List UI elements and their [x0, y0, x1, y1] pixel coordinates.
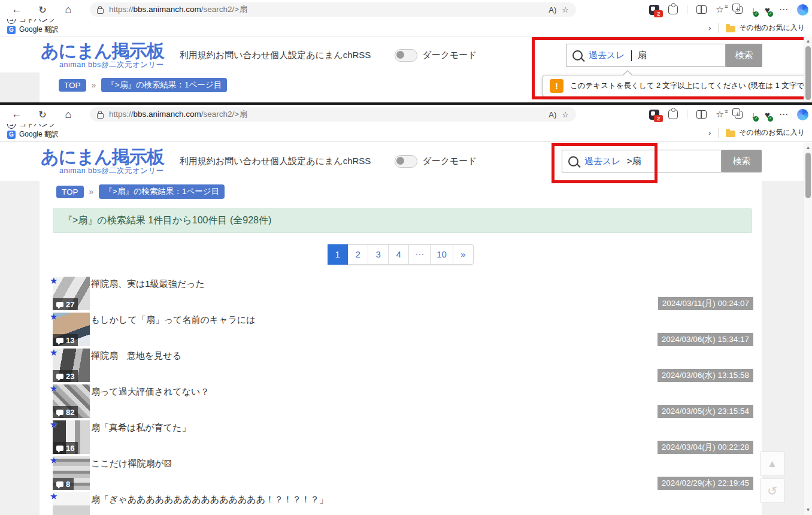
thread-row[interactable]: ★ 13 もしかして「扇」って名前のキャラには 2024/03/06(水) 15…	[40, 311, 762, 347]
site-nav-link[interactable]: 個人設定	[270, 50, 306, 60]
darkmode-toggle[interactable]	[395, 155, 417, 168]
search-input-box[interactable]: 過去スレ 扇	[566, 44, 726, 67]
thread-row[interactable]: ★ 23 禪院扇 意地を見せる 2024/03/06(水) 13:15:58	[40, 347, 762, 383]
scrollbar-thumb[interactable]	[805, 46, 811, 100]
browser-essentials-icon[interactable]: ♥✓	[765, 5, 770, 15]
thread-title-link[interactable]: 扇「真希は私が育てた」	[91, 422, 190, 434]
reload-icon[interactable]: ↻	[34, 105, 51, 124]
split-screen-icon[interactable]	[696, 110, 707, 119]
bookmark-item[interactable]: Google 翻訳	[7, 129, 97, 140]
thread-row[interactable]: ★ 扇「ぎゃあああああああああああああああ！？！？！？」	[40, 491, 762, 515]
site-nav-link[interactable]: 利用規約	[180, 50, 216, 60]
pagination-cell[interactable]: 4	[389, 244, 409, 265]
site-nav-link[interactable]: 利用規約	[180, 156, 216, 166]
thread-date-badge: 2024/02/29(木) 22:19:45	[658, 477, 753, 490]
site-nav-link[interactable]: お問い合わせ	[216, 50, 270, 60]
site-nav-link[interactable]: お問い合わせ	[216, 156, 270, 166]
bookmarks-overflow-chevron[interactable]: ›	[708, 128, 711, 137]
pagination-cell[interactable]: ⋯	[409, 244, 431, 265]
split-screen-icon[interactable]	[696, 5, 707, 14]
pagination-cell[interactable]: 3	[368, 244, 389, 265]
scrollbar-up-icon[interactable]: ▲	[804, 145, 812, 150]
favorite-star-icon[interactable]: ☆	[562, 5, 569, 14]
thread-row[interactable]: ★ 27 禪院扇、実は1級最強だった 2024/03/11(月) 00:24:0…	[40, 275, 762, 311]
site-logo[interactable]: あにまん掲示板 animan bbs@二次元オンリー	[41, 42, 164, 69]
address-bar[interactable]: https://bbs.animanch.com/search2/>扇 A) ☆	[90, 107, 576, 122]
page-background-strip	[0, 72, 40, 102]
home-icon[interactable]: ⌂	[59, 0, 77, 19]
thread-thumbnail[interactable]	[53, 492, 90, 515]
page-scrollbar[interactable]: ▲ ▼	[804, 143, 812, 515]
thread-row[interactable]: ★ 82 扇って過大評価されてない？ 2024/03/05(火) 23:15:5…	[40, 383, 762, 419]
pagination-cell[interactable]: »	[453, 244, 474, 265]
site-nav-link[interactable]: RSS	[352, 50, 371, 60]
site-nav-link[interactable]: あにまんch	[306, 50, 352, 60]
favorite-star-icon[interactable]: ☆	[562, 110, 569, 119]
thread-row[interactable]: ★ 8 ここだけ禪院扇が⚄ 2024/02/29(木) 22:19:45	[40, 455, 762, 491]
thread-title-link[interactable]: 扇って過大評価されてない？	[91, 386, 209, 398]
downloads-icon[interactable]: ↓✓	[752, 110, 756, 120]
search-button[interactable]: 検索	[726, 44, 762, 67]
read-aloud-icon[interactable]: A)	[549, 5, 556, 14]
search-query-text[interactable]: >扇	[627, 156, 641, 167]
page-scrollbar[interactable]: ▲	[804, 37, 812, 102]
thread-row[interactable]: ★ 16 扇「真希は私が育てた」 2024/03/04(月) 00:22:28	[40, 419, 762, 455]
pagination-cell[interactable]: 2	[348, 244, 368, 265]
thread-title-link[interactable]: ここだけ禪院扇が⚄	[91, 458, 172, 469]
thread-list: ★ 27 禪院扇、実は1級最強だった 2024/03/11(月) 00:24:0…	[40, 275, 762, 515]
thread-title-link[interactable]: もしかして「扇」って名前のキャラには	[91, 314, 256, 326]
search-input-box[interactable]: 過去スレ >扇	[562, 150, 722, 172]
favorite-star-icon: ★	[50, 491, 57, 502]
bookmark-item[interactable]: コトバンク	[7, 124, 97, 129]
site-logo[interactable]: あにまん掲示板 animan bbs@二次元オンリー	[41, 148, 164, 175]
downloads-icon[interactable]: ↓✓	[752, 5, 756, 15]
site-nav-link[interactable]: 個人設定	[270, 156, 306, 166]
extension-badge-icon[interactable]: 2	[649, 5, 659, 15]
extensions-icon[interactable]	[668, 110, 678, 119]
search-button[interactable]: 検索	[722, 150, 762, 172]
url-text[interactable]: https://bbs.animanch.com/search2/>扇	[109, 4, 543, 15]
other-favorites[interactable]: その他のお気に入り	[726, 128, 805, 138]
settings-more-icon[interactable]: ⋯	[779, 4, 788, 15]
darkmode-toggle[interactable]	[395, 49, 417, 62]
site-nav-link[interactable]: あにまんch	[306, 156, 352, 166]
pagination-cell[interactable]: 1	[328, 244, 348, 265]
extensions-icon[interactable]	[668, 5, 678, 14]
pagination-cell[interactable]: 10	[431, 244, 453, 265]
bookmark-item[interactable]: コトバンク	[7, 19, 97, 25]
back-icon[interactable]: ←	[8, 105, 26, 124]
breadcrumb-top-badge[interactable]: TOP	[56, 186, 84, 198]
thread-title-link[interactable]: 禪院扇、実は1級最強だった	[91, 278, 205, 290]
back-icon[interactable]: ←	[8, 0, 26, 19]
collections-icon[interactable]: ☆	[716, 109, 723, 120]
browser-essentials-icon[interactable]: ♥✓	[765, 110, 770, 120]
duplicate-tab-icon[interactable]	[733, 111, 743, 119]
bookmarks-overflow-chevron[interactable]: ›	[708, 23, 711, 32]
scrollbar-down-icon[interactable]: ▼	[804, 507, 812, 513]
copilot-icon[interactable]	[797, 4, 808, 16]
reload-icon[interactable]: ↻	[34, 0, 51, 19]
copilot-icon[interactable]	[797, 109, 808, 120]
home-icon[interactable]: ⌂	[59, 105, 77, 124]
search-query-text[interactable]: 扇	[638, 50, 647, 61]
folder-icon	[726, 131, 735, 137]
address-bar[interactable]: https://bbs.animanch.com/search2/>扇 A) ☆	[90, 2, 576, 17]
settings-more-icon[interactable]: ⋯	[779, 109, 788, 120]
past-threads-link[interactable]: 過去スレ	[584, 156, 621, 167]
url-text[interactable]: https://bbs.animanch.com/search2/>扇	[109, 109, 543, 120]
site-nav-link[interactable]: RSS	[352, 156, 371, 166]
bookmark-item[interactable]: Google 翻訳	[7, 25, 97, 35]
extension-badge-icon[interactable]: 2	[649, 110, 659, 120]
thread-title-link[interactable]: 扇「ぎゃあああああああああああああああ！？！？！？」	[91, 494, 328, 505]
scrollbar-thumb[interactable]	[805, 153, 811, 198]
read-aloud-icon[interactable]: A)	[549, 110, 556, 119]
duplicate-tab-icon[interactable]	[733, 6, 743, 14]
breadcrumb-top-badge[interactable]: TOP	[59, 79, 86, 92]
other-favorites[interactable]: その他のお気に入り	[726, 23, 805, 33]
page-refresh-button[interactable]: ↻	[760, 478, 784, 503]
collections-icon[interactable]: ☆	[716, 4, 723, 15]
thread-title-link[interactable]: 禪院扇 意地を見せる	[91, 350, 181, 362]
scrollbar-up-icon[interactable]: ▲	[804, 38, 812, 44]
scroll-to-top-button[interactable]: ▲	[760, 452, 784, 476]
past-threads-link[interactable]: 過去スレ	[589, 50, 625, 61]
